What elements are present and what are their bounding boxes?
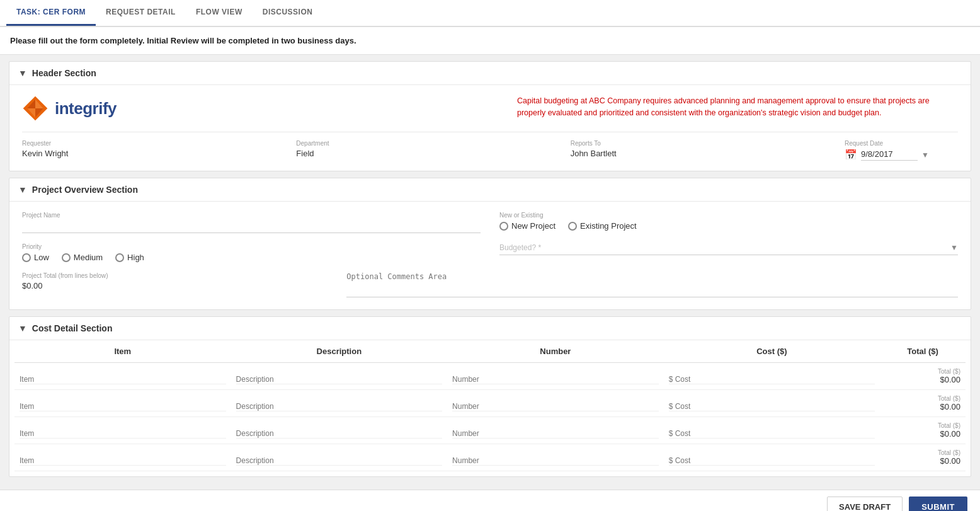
priority-label: Priority — [22, 243, 481, 250]
logo-text: integrify — [55, 99, 117, 118]
cost-desc-input[interactable] — [236, 375, 443, 384]
row-total-value: $0.00 — [885, 456, 960, 466]
priority-high-radio[interactable]: High — [115, 253, 144, 262]
cost-detail-toggle[interactable]: ▼ Cost Detail Section — [9, 317, 971, 340]
new-existing-label: New or Existing — [499, 212, 958, 219]
priority-medium-radio[interactable]: Medium — [62, 253, 103, 262]
table-row: Total ($) $0.00 — [14, 417, 966, 444]
cost-desc-input[interactable] — [236, 456, 443, 466]
submit-button[interactable]: SUBMIT — [909, 497, 967, 511]
table-row: Total ($) $0.00 — [14, 390, 966, 417]
header-section-card: ▼ Header Section integrify Capital budge… — [9, 61, 971, 171]
save-draft-button[interactable]: SAVE DRAFT — [827, 497, 903, 511]
request-date-value[interactable]: 9/8/2017 — [861, 149, 918, 161]
existing-project-label: Existing Project — [580, 221, 637, 231]
project-name-input[interactable] — [22, 221, 481, 233]
row-total-label: Total ($) — [885, 368, 960, 375]
main-content: ▼ Header Section integrify Capital budge… — [0, 55, 980, 490]
cost-item-input[interactable] — [20, 456, 226, 466]
row-total-value: $0.00 — [885, 429, 960, 439]
row-total-label: Total ($) — [885, 422, 960, 429]
cost-cost-input[interactable] — [669, 402, 875, 411]
new-existing-col: New or Existing New Project Existing Pro… — [499, 212, 958, 233]
tab-discussion[interactable]: DISCUSSION — [253, 0, 323, 26]
cost-detail-chevron-icon: ▼ — [18, 323, 27, 333]
priority-low-radio[interactable]: Low — [22, 253, 49, 262]
department-label: Department — [296, 140, 557, 147]
calendar-icon: 📅 — [845, 149, 857, 161]
cost-cost-input[interactable] — [669, 456, 875, 466]
cost-item-input[interactable] — [20, 429, 226, 439]
col-number: Number — [447, 340, 664, 363]
cost-cost-input[interactable] — [669, 429, 875, 439]
cost-num-input[interactable] — [452, 429, 659, 439]
project-overview-title: Project Overview Section — [32, 185, 138, 195]
comments-textarea[interactable] — [346, 272, 958, 297]
requester-label: Requester — [22, 140, 283, 147]
project-overview-card: ▼ Project Overview Section Project Name … — [9, 178, 971, 310]
budgeted-col: Budgeted? * ▼ — [499, 243, 958, 262]
cost-desc-input[interactable] — [236, 429, 443, 439]
project-name-col: Project Name — [22, 212, 481, 233]
cost-desc-input[interactable] — [236, 402, 443, 411]
reports-to-value: John Bartlett — [571, 149, 832, 158]
tab-bar: TASK: CER FORM REQUEST DETAIL FLOW VIEW … — [0, 0, 980, 27]
header-fields-row: Requester Kevin Wright Department Field … — [22, 132, 958, 161]
cost-detail-title: Cost Detail Section — [32, 323, 113, 333]
instruction-bar: Please fill out the form completely. Ini… — [0, 27, 980, 55]
header-section-toggle[interactable]: ▼ Header Section — [9, 62, 971, 85]
cost-detail-body: Item Description Number Cost ($) Total (… — [9, 340, 971, 476]
priority-high-label: High — [127, 253, 144, 262]
project-overview-chevron-icon: ▼ — [18, 185, 27, 195]
tab-flow-view[interactable]: FLOW VIEW — [186, 0, 253, 26]
project-total-label: Project Total (from lines below) — [22, 272, 328, 279]
budgeted-select-line[interactable]: Budgeted? * ▼ — [499, 243, 958, 255]
cost-item-input[interactable] — [20, 402, 226, 411]
priority-high-circle — [115, 253, 124, 262]
priority-medium-label: Medium — [74, 253, 103, 262]
col-description: Description — [231, 340, 448, 363]
requester-field: Requester Kevin Wright — [22, 140, 296, 161]
cost-item-input[interactable] — [20, 375, 226, 384]
new-existing-radio-group: New Project Existing Project — [499, 221, 958, 231]
po-row3: Project Total (from lines below) $0.00 — [22, 272, 958, 299]
col-cost: Cost ($) — [664, 340, 880, 363]
priority-low-label: Low — [34, 253, 49, 262]
header-section-body: integrify Capital budgeting at ABC Compa… — [9, 85, 971, 171]
tab-cer-form[interactable]: TASK: CER FORM — [6, 0, 96, 26]
reports-to-label: Reports To — [571, 140, 832, 147]
col-item: Item — [14, 340, 231, 363]
existing-project-radio[interactable]: Existing Project — [568, 221, 637, 231]
project-overview-toggle[interactable]: ▼ Project Overview Section — [9, 178, 971, 202]
project-total-value: $0.00 — [22, 281, 328, 290]
header-info-text: Capital budgeting at ABC Company require… — [517, 95, 958, 119]
project-name-label: Project Name — [22, 212, 481, 219]
budgeted-placeholder: Budgeted? * — [499, 243, 541, 252]
integrify-logo-icon — [22, 95, 48, 122]
new-project-radio[interactable]: New Project — [499, 221, 556, 231]
row-total-value: $0.00 — [885, 402, 960, 411]
cost-cost-input[interactable] — [669, 375, 875, 384]
budgeted-dropdown-icon: ▼ — [950, 243, 958, 252]
tab-request-detail[interactable]: REQUEST DETAIL — [96, 0, 186, 26]
cost-num-input[interactable] — [452, 456, 659, 466]
row-total-label: Total ($) — [885, 395, 960, 402]
new-project-label: New Project — [511, 221, 556, 231]
table-row: Total ($) $0.00 — [14, 363, 966, 390]
cost-detail-card: ▼ Cost Detail Section Item Description N… — [9, 316, 971, 477]
comments-col — [346, 272, 958, 299]
date-dropdown-icon[interactable]: ▼ — [921, 151, 929, 159]
col-total: Total ($) — [880, 340, 966, 363]
project-overview-body: Project Name New or Existing New Project… — [9, 202, 971, 309]
requester-value: Kevin Wright — [22, 149, 283, 158]
po-row2: Priority Low Medium High — [22, 243, 958, 262]
existing-project-radio-circle — [568, 222, 577, 231]
reports-to-field: Reports To John Bartlett — [571, 140, 845, 161]
po-row1: Project Name New or Existing New Project… — [22, 212, 958, 233]
header-section-title: Header Section — [32, 68, 96, 78]
project-total-col: Project Total (from lines below) $0.00 — [22, 272, 328, 299]
cost-num-input[interactable] — [452, 402, 659, 411]
cost-num-input[interactable] — [452, 375, 659, 384]
row-total-label: Total ($) — [885, 449, 960, 456]
priority-radio-group: Low Medium High — [22, 253, 481, 262]
